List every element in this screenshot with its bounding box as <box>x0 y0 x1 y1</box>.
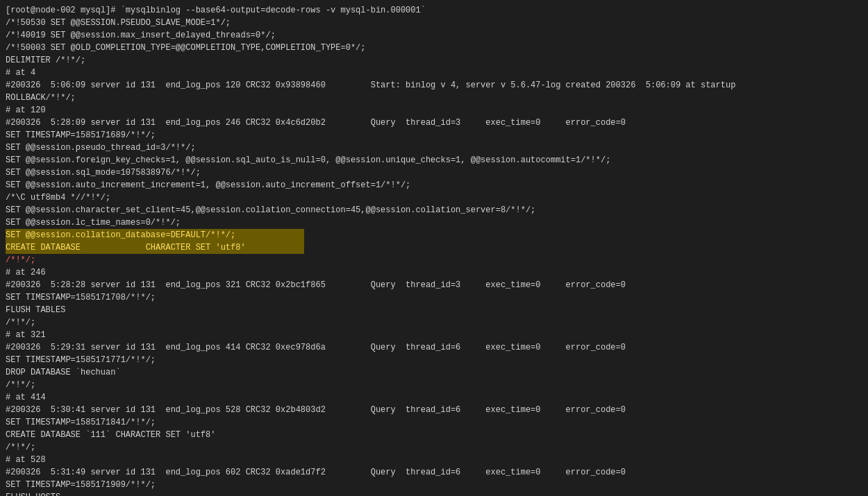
line: #200326 5:28:09 server id 131 end_log_po… <box>6 117 862 129</box>
line: ROLLBACK/*!*/; <box>6 92 862 104</box>
line: /*!40019 SET @@session.max_insert_delaye… <box>6 29 862 42</box>
line: [root@node-002 mysql]# `mysqlbinlog --ba… <box>6 4 862 17</box>
line: SET @@session.pseudo_thread_id=3/*!*/; <box>6 142 862 154</box>
line: #200326 5:31:49 server id 131 end_log_po… <box>6 466 862 479</box>
line: # at 246 <box>6 266 862 279</box>
line: DROP DATABASE `hechuan` <box>6 366 862 379</box>
line: SET @@session.lc_time_names=0/*!*/; <box>6 216 862 229</box>
line: #200326 5:06:09 server id 131 end_log_po… <box>6 79 862 92</box>
line: /*!*/; <box>6 379 862 391</box>
line: CREATE DATABASE CHARACTER SET 'utf8' <box>6 241 304 254</box>
line: #200326 5:30:41 server id 131 end_log_po… <box>6 404 862 416</box>
line: CREATE DATABASE `111` CHARACTER SET 'utf… <box>6 429 862 441</box>
line: /*!*/; <box>6 441 862 454</box>
line: SET @@session.foreign_key_checks=1, @@se… <box>6 154 862 166</box>
line: # at 414 <box>6 391 862 404</box>
line: SET @@session.character_set_client=45,@@… <box>6 204 862 216</box>
line: SET TIMESTAMP=1585171909/*!*/; <box>6 479 862 491</box>
line: DELIMITER /*!*/; <box>6 54 862 67</box>
line: FLUSH HOSTS <box>6 491 862 496</box>
line: FLUSH TABLES <box>6 304 862 316</box>
line: SET @@session.collation_database=DEFAULT… <box>6 229 304 241</box>
line: # at 321 <box>6 329 862 341</box>
line: SET TIMESTAMP=1585171771/*!*/; <box>6 354 862 366</box>
line: # at 120 <box>6 104 862 117</box>
line: SET TIMESTAMP=1585171841/*!*/; <box>6 416 862 429</box>
terminal-output[interactable]: [root@node-002 mysql]# `mysqlbinlog --ba… <box>0 0 868 496</box>
line: # at 528 <box>6 454 862 466</box>
line: #200326 5:29:31 server id 131 end_log_po… <box>6 341 862 354</box>
line: # at 4 <box>6 67 862 79</box>
line: /*!*/; <box>6 255 35 265</box>
line: #200326 5:28:28 server id 131 end_log_po… <box>6 279 862 291</box>
line: /*!50003 SET @OLD_COMPLETION_TYPE=@@COMP… <box>6 42 862 54</box>
line: SET TIMESTAMP=1585171708/*!*/; <box>6 291 862 304</box>
line: SET @@session.auto_increment_increment=1… <box>6 179 862 191</box>
line: /*\C utf8mb4 *//*!*/; <box>6 191 862 204</box>
line: SET TIMESTAMP=1585171689/*!*/; <box>6 129 862 142</box>
line: /*!50530 SET @@SESSION.PSEUDO_SLAVE_MODE… <box>6 17 862 29</box>
line: SET @@session.sql_mode=1075838976/*!*/; <box>6 166 862 179</box>
line: /*!*/; <box>6 316 862 329</box>
